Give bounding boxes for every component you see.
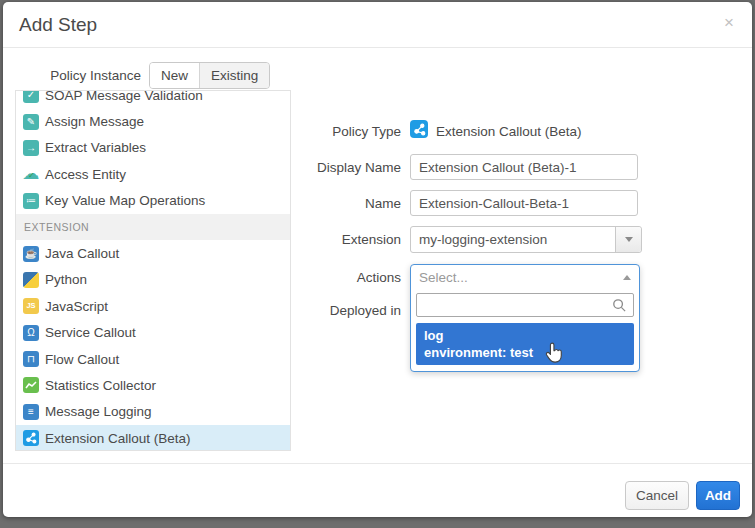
list-item-label: Java Callout (45, 246, 119, 261)
add-button[interactable]: Add (696, 481, 740, 510)
list-item-python[interactable]: Python (16, 267, 290, 293)
policy-type-list: ✓ SOAP Message Validation ✎ Assign Messa… (15, 90, 291, 451)
list-item-assign-message[interactable]: ✎ Assign Message (16, 108, 290, 134)
mouse-cursor-icon (543, 342, 564, 369)
assign-message-icon: ✎ (23, 114, 39, 130)
toggle-new-button[interactable]: New (150, 63, 200, 88)
javascript-icon: JS (23, 298, 39, 314)
service-callout-icon: Ω (23, 325, 39, 341)
list-item-statistics-collector[interactable]: Statistics Collector (16, 372, 290, 398)
list-item-label: Extract Variables (45, 140, 146, 155)
list-item-key-value-map-operations[interactable]: ≔ Key Value Map Operations (16, 188, 290, 214)
display-name-field[interactable] (410, 154, 638, 180)
policy-type-label: Policy Type (273, 124, 401, 139)
extension-label: Extension (273, 232, 401, 247)
actions-search-input[interactable] (416, 293, 634, 317)
java-callout-icon: ☕ (23, 246, 39, 262)
access-entity-icon: ☁✓ (23, 166, 39, 182)
search-icon (612, 298, 627, 317)
list-item-label: Statistics Collector (45, 378, 156, 393)
list-item-label: Access Entity (45, 167, 126, 182)
chevron-up-icon (623, 275, 631, 280)
actions-dropdown: Select... log environment: test (410, 264, 640, 372)
actions-option-log[interactable]: log environment: test (416, 323, 634, 365)
list-item-label: SOAP Message Validation (45, 90, 203, 103)
list-item-message-logging[interactable]: ≡ Message Logging (16, 399, 290, 425)
list-item-extract-variables[interactable]: → Extract Variables (16, 135, 290, 161)
list-item-flow-callout[interactable]: ⊓ Flow Callout (16, 346, 290, 372)
close-icon[interactable]: × (724, 13, 734, 33)
statistics-collector-icon (23, 377, 39, 393)
flow-callout-icon: ⊓ (23, 351, 39, 367)
toggle-existing-button[interactable]: Existing (200, 63, 269, 88)
policy-instance-label: Policy Instance (43, 68, 141, 83)
cancel-button[interactable]: Cancel (625, 481, 689, 510)
policy-type-value: Extension Callout (Beta) (436, 124, 582, 139)
policy-instance-toggle: New Existing (149, 62, 270, 89)
display-name-label: Display Name (273, 160, 401, 175)
chevron-down-icon (625, 237, 633, 242)
policy-type-extension-callout-icon (410, 120, 428, 138)
list-item-label: Key Value Map Operations (45, 193, 205, 208)
extension-section-header: EXTENSION (16, 214, 290, 240)
list-item-label: Message Logging (45, 404, 152, 419)
actions-option-detail: environment: test (424, 344, 626, 361)
soap-message-validation-icon: ✓ (23, 90, 39, 103)
deployed-in-label: Deployed in (273, 303, 401, 318)
list-item-java-callout[interactable]: ☕ Java Callout (16, 240, 290, 266)
list-item-access-entity[interactable]: ☁✓ Access Entity (16, 161, 290, 187)
extension-callout-icon (23, 430, 39, 446)
actions-label: Actions (273, 270, 401, 285)
list-item-extension-callout-beta[interactable]: Extension Callout (Beta) (16, 425, 290, 451)
page-title: Add Step (19, 14, 97, 36)
list-item-label: Extension Callout (Beta) (45, 431, 191, 446)
list-item-label: Service Callout (45, 325, 136, 340)
list-item-label: Assign Message (45, 114, 144, 129)
list-item-label: Flow Callout (45, 352, 119, 367)
extension-select[interactable]: my-logging-extension (410, 226, 642, 253)
name-field[interactable] (410, 190, 638, 216)
list-item-label: Python (45, 272, 87, 287)
add-step-modal: Add Step × Policy Instance New Existing … (3, 2, 752, 517)
actions-select-placeholder: Select... (419, 270, 623, 285)
list-item-service-callout[interactable]: Ω Service Callout (16, 320, 290, 346)
extension-select-button[interactable] (615, 227, 641, 252)
message-logging-icon: ≡ (23, 404, 39, 420)
actions-option-name: log (424, 327, 626, 344)
list-item-label: JavaScript (45, 299, 108, 314)
name-label: Name (273, 196, 401, 211)
key-value-map-operations-icon: ≔ (23, 193, 39, 209)
list-item-soap-message-validation[interactable]: ✓ SOAP Message Validation (16, 90, 290, 108)
footer-divider (3, 463, 752, 464)
header-divider (3, 47, 752, 48)
list-item-javascript[interactable]: JS JavaScript (16, 293, 290, 319)
actions-select[interactable]: Select... (411, 265, 639, 289)
extension-select-value: my-logging-extension (411, 227, 615, 252)
extract-variables-icon: → (23, 140, 39, 156)
python-icon (23, 272, 39, 288)
